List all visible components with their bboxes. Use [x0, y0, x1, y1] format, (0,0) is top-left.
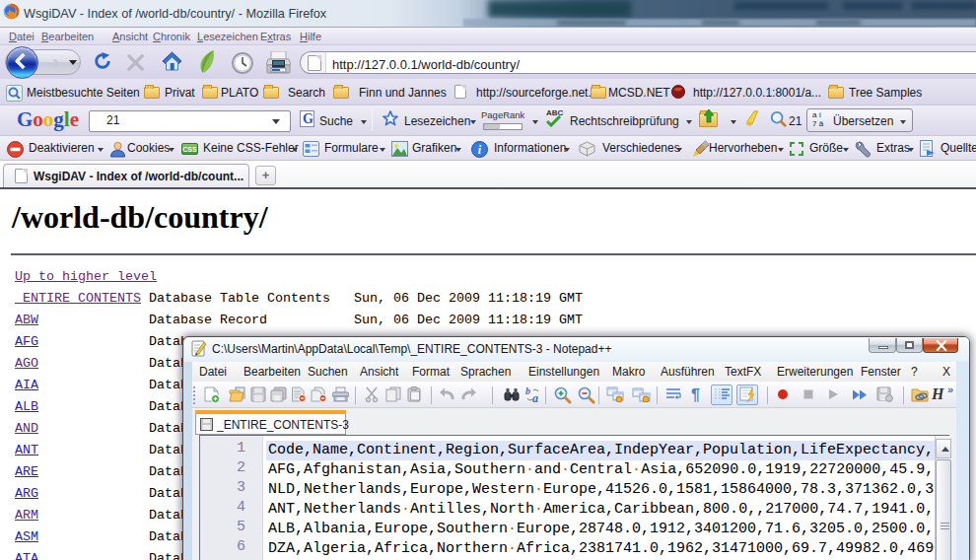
- svg-text:a: a: [532, 391, 538, 403]
- svg-text:¶: ¶: [691, 386, 700, 403]
- svg-text:b: b: [525, 386, 530, 396]
